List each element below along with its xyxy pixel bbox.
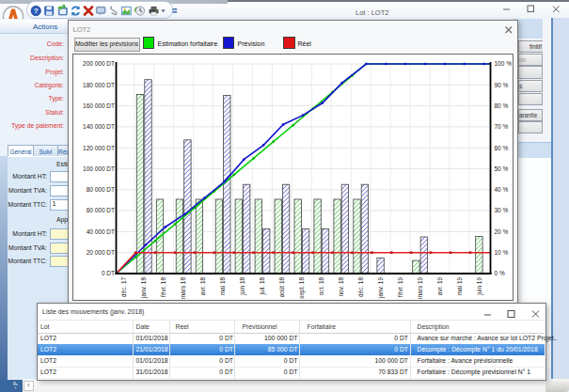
svg-text:140 000 DT: 140 000 DT xyxy=(83,123,115,130)
svg-text:juil. 18: juil. 18 xyxy=(259,276,266,295)
svg-text:40 000 DT: 40 000 DT xyxy=(87,227,115,234)
svg-text:20 %: 20 % xyxy=(495,227,509,234)
svg-text:juin 18: juin 18 xyxy=(239,276,246,295)
svg-text:30 %: 30 % xyxy=(495,207,509,213)
svg-text:?: ? xyxy=(34,7,39,15)
svg-text:80 %: 80 % xyxy=(495,102,509,108)
svg-text:mai 18: mai 18 xyxy=(219,276,226,295)
svg-text:févr. 19: févr. 19 xyxy=(397,276,403,296)
svg-text:10 %: 10 % xyxy=(495,249,509,256)
svg-text:avr. 19: avr. 19 xyxy=(436,276,443,295)
svg-text:nov. 18: nov. 18 xyxy=(338,276,344,296)
svg-text:80 000 DT: 80 000 DT xyxy=(87,186,115,193)
svg-text:90 %: 90 % xyxy=(495,81,509,87)
svg-text:mai 19: mai 19 xyxy=(456,276,463,295)
svg-text:déc. 17: déc. 17 xyxy=(121,276,128,296)
svg-text:janv. 18: janv. 18 xyxy=(140,276,148,298)
svg-text:févr. 18: févr. 18 xyxy=(160,276,166,296)
svg-text:60 000 DT: 60 000 DT xyxy=(87,207,115,213)
svg-text:70 %: 70 % xyxy=(495,123,509,130)
svg-text:janv. 19: janv. 19 xyxy=(377,276,385,298)
svg-text:sept. 18: sept. 18 xyxy=(298,276,306,298)
svg-text:200 000 DT: 200 000 DT xyxy=(83,60,115,67)
svg-text:100 %: 100 % xyxy=(495,60,513,67)
svg-text:160 000 DT: 160 000 DT xyxy=(83,102,115,108)
svg-text:0 %: 0 % xyxy=(495,270,505,276)
svg-text:100 000 DT: 100 000 DT xyxy=(83,165,115,171)
svg-text:60 %: 60 % xyxy=(495,144,509,150)
svg-text:mars 19: mars 19 xyxy=(417,276,423,299)
svg-text:mars 18: mars 18 xyxy=(180,276,186,299)
svg-text:juin 19: juin 19 xyxy=(476,276,483,295)
svg-text:avr. 18: avr. 18 xyxy=(199,276,206,295)
svg-text:20 000 DT: 20 000 DT xyxy=(87,249,115,256)
svg-text:120 000 DT: 120 000 DT xyxy=(83,144,115,150)
svg-text:180 000 DT: 180 000 DT xyxy=(83,81,115,87)
svg-text:oct. 18: oct. 18 xyxy=(318,276,324,295)
svg-text:40 %: 40 % xyxy=(495,186,509,193)
svg-text:0 DT: 0 DT xyxy=(102,270,115,276)
svg-text:déc. 18: déc. 18 xyxy=(357,276,364,296)
svg-text:août 18: août 18 xyxy=(278,276,285,297)
svg-text:50 %: 50 % xyxy=(495,165,509,171)
